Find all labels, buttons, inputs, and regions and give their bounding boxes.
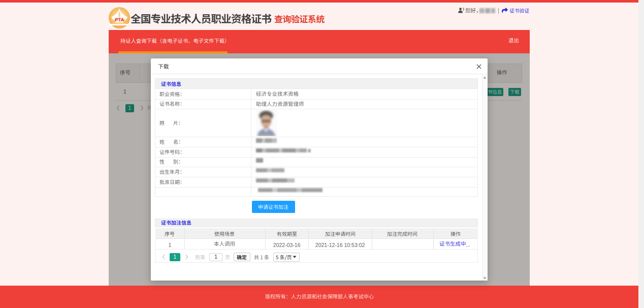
svg-text:PTA: PTA: [115, 17, 124, 22]
